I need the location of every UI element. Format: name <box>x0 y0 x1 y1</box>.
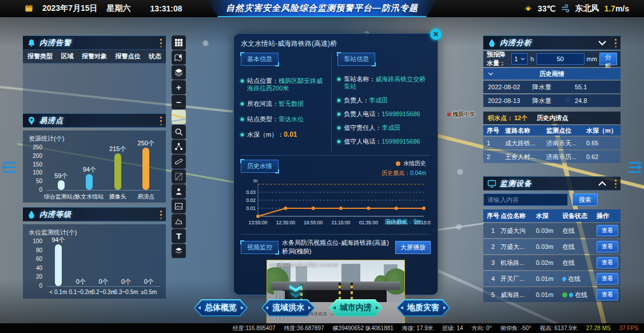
forecast-input-row: 预报降水量： 1 h mm 分析 <box>483 51 621 67</box>
measure-tool-icon[interactable] <box>172 154 186 169</box>
col-alert-type[interactable]: 报警类型 <box>27 52 53 61</box>
nav-arrow-icon <box>198 306 201 310</box>
panel-title: 内涝分析 <box>500 38 532 48</box>
panel-monitoring-devices: 监测设备 搜索 序号 点位名称 水深 设备状态 操作 1 万盛大沟 0.03m … <box>483 176 621 302</box>
fullscreen-play-button[interactable]: 大屏播放 <box>395 241 431 254</box>
table-row[interactable]: 1 成大路铁... 济南市天... 0.65 <box>483 137 621 149</box>
right-panel-collapse-toggle[interactable] <box>629 156 641 179</box>
layers-tool-icon[interactable] <box>172 65 186 80</box>
svg-text:21:15:00: 21:15:00 <box>331 220 350 225</box>
status-pitch: 俯仰角: -50° <box>500 324 531 332</box>
nav-arrow-icon <box>265 306 268 310</box>
imagery-tool-icon[interactable] <box>172 199 186 213</box>
analyze-button[interactable]: 分析 <box>599 53 617 65</box>
search-button[interactable]: 搜索 <box>573 193 598 206</box>
alert-column-headers: 报警类型 区域 报警对象 报警点位 状态 <box>23 50 166 64</box>
history-rain-header[interactable]: 历史雨情 <box>483 68 621 80</box>
video-building <box>296 266 307 282</box>
minimap-toggle[interactable] <box>172 110 186 124</box>
col-region[interactable]: 区域 <box>61 52 74 61</box>
zoom-in-icon[interactable]: + <box>172 80 186 94</box>
view-button[interactable]: 查看 <box>597 257 618 268</box>
map-cluster-dot <box>456 224 462 229</box>
nav-geo-disaster-button[interactable]: 地质灾害 <box>396 299 450 316</box>
panel-waterlogging-alerts: 内涝告警 报警类型 区域 报警对象 报警点位 状态 <box>23 35 166 124</box>
map-toolbar: + − T <box>172 35 186 258</box>
bullet-icon <box>241 102 244 105</box>
table-row[interactable]: 4 开关厂... 0.01m 在线 查看 <box>483 271 621 286</box>
table-row[interactable]: 1 万盛大沟 0.03m 在线 查看 <box>483 223 621 238</box>
grid-tool-icon[interactable] <box>172 35 186 50</box>
map-pin-tool-icon[interactable] <box>172 50 186 65</box>
calendar-icon <box>24 4 33 13</box>
zoom-out-icon[interactable]: − <box>172 95 186 109</box>
bullet-icon <box>337 99 340 102</box>
left-panel-collapse-toggle[interactable] <box>3 156 15 179</box>
panel-menu-dots-icon[interactable] <box>160 211 162 212</box>
date-text: 2023年7月15日 <box>42 3 98 14</box>
table-row[interactable]: 2 王舍人村... 济南市历... 0.62 <box>483 150 621 163</box>
table-row[interactable]: 2 万盛大... 0.03m 在线 查看 <box>483 239 621 254</box>
panel-menu-dots-icon[interactable] <box>160 117 162 118</box>
search-tool-icon[interactable] <box>172 125 186 139</box>
view-button[interactable]: 查看 <box>597 289 618 300</box>
text-label-tool-icon[interactable]: T <box>172 229 186 243</box>
panel-menu-dots-icon[interactable] <box>615 39 617 41</box>
video-player[interactable]: 2023年07月15日 星期六 13:31:08 威海路铁路（高速）桥洞(槐荫) <box>267 260 405 327</box>
chevron-down-icon[interactable] <box>598 38 607 47</box>
panel-menu-dots-icon[interactable] <box>160 39 162 41</box>
info-row: 负责人电话：15998915686 <box>337 110 431 118</box>
chevron-up-icon[interactable] <box>598 179 607 188</box>
basic-info-section: 基本信息 站点位置：槐荫区鄢安路威海路往西200米 所在河流：暂无数据 站点类型… <box>241 53 332 152</box>
svg-text:12:35:00: 12:35:00 <box>276 220 295 225</box>
marker-icon <box>562 276 567 282</box>
rain-history-row[interactable]: 2022-08-13 降水量 24.8 <box>483 94 621 107</box>
info-row: 水深（m）：0.01 <box>241 131 327 138</box>
col-status[interactable]: 状态 <box>149 52 161 61</box>
wind-icon <box>560 4 570 13</box>
stack-tool-icon[interactable] <box>172 244 186 258</box>
water-drop-icon <box>487 38 496 47</box>
nav-basin-flood-button[interactable]: 流域洪水 <box>261 299 315 316</box>
map-cluster-dot <box>203 41 208 46</box>
status-latitude: 纬度:36.687897 <box>284 324 324 332</box>
rain-history-row[interactable]: 2022-08-02 降水量 55.1 <box>483 81 621 93</box>
bullet-icon <box>337 126 340 129</box>
view-button[interactable]: 查看 <box>597 241 618 252</box>
survey-tool-icon[interactable] <box>172 184 186 199</box>
bullet-icon <box>241 133 244 136</box>
close-icon[interactable]: ✕ <box>430 29 442 40</box>
basic-info-chip: 基本信息 <box>241 53 279 66</box>
temperature-text: 33℃ <box>538 4 555 13</box>
terrain-tool-icon[interactable] <box>172 214 186 228</box>
table-row[interactable]: 3 机场路... 0.02m 在线 查看 <box>483 255 621 270</box>
statusbar: 经度:116.895407 纬度:36.687897 横39490652 纵40… <box>0 323 644 333</box>
col-alert-object[interactable]: 报警对象 <box>82 52 107 61</box>
network-tool-icon[interactable] <box>172 140 186 154</box>
nav-arrow-icon <box>333 306 336 310</box>
svg-text:10:15:00: 10:15:00 <box>414 220 431 225</box>
triangle-right-icon <box>638 164 642 170</box>
nav-overview-button[interactable]: 总体概览 <box>194 299 248 316</box>
pump-info-chip: 泵站信息 <box>337 53 375 66</box>
monitor-icon <box>487 179 496 188</box>
info-row: 站点类型：雷达水位 <box>241 116 327 123</box>
panel-header: 内涝分析 <box>483 35 621 50</box>
video-section-header: 视频监控 水务局防汛视频点位-威海路铁路(高速)桥洞(槐荫) 大屏播放 <box>241 234 431 256</box>
device-search-row: 搜索 <box>483 192 621 208</box>
svg-text:01:35:00: 01:35:00 <box>359 220 378 225</box>
view-button[interactable]: 查看 <box>597 225 618 236</box>
clock-text: 13:31:08 <box>150 4 182 13</box>
view-button[interactable]: 查看 <box>597 273 618 284</box>
water-level-stats-chart: 水位监测统计(个) 02040608010094个< 0.1m0个0.1~0.2… <box>23 224 166 299</box>
area-measure-tool-icon[interactable] <box>172 169 186 184</box>
alarm-icon <box>27 38 36 47</box>
panel-menu-dots-icon[interactable] <box>615 180 617 181</box>
rainfall-amount-input[interactable] <box>536 53 585 65</box>
info-row: 值守人电话：15998915686 <box>337 138 431 145</box>
col-alert-point[interactable]: 报警点位 <box>116 52 141 61</box>
duration-select[interactable]: 1 <box>511 53 528 65</box>
nav-urban-waterlogging-button[interactable]: 城市内涝 <box>329 299 383 316</box>
chart-legend: 水情历史 历史最高：0.04m <box>381 160 431 177</box>
search-input[interactable] <box>483 193 568 206</box>
